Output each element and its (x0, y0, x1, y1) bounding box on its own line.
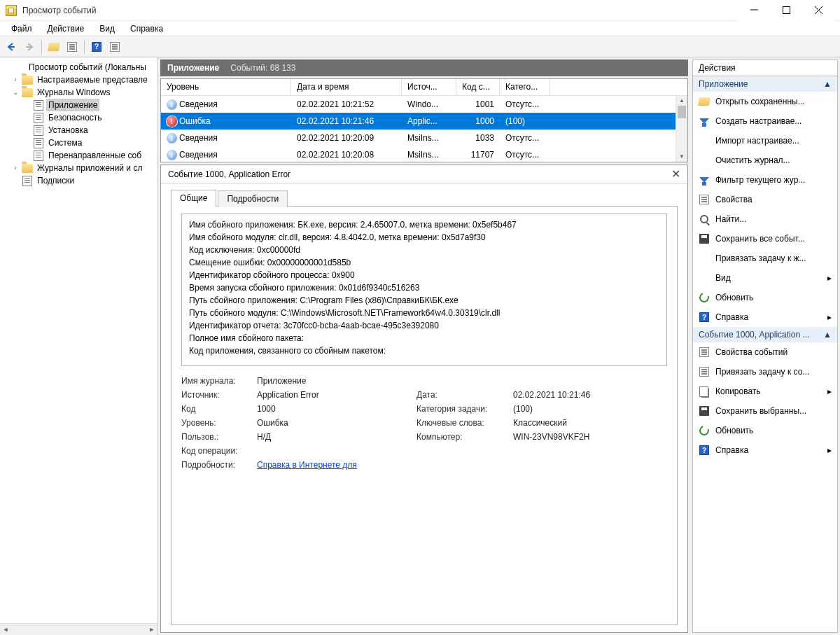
info-icon: i (167, 99, 177, 110)
event-row[interactable]: iСведения02.02.2021 10:21:52Windo...1001… (161, 96, 687, 113)
action-create-view[interactable]: Создать настраивае... (693, 111, 837, 131)
info-icon: i (167, 133, 177, 144)
event-row[interactable]: iСведения02.02.2021 10:20:09MsiIns...103… (161, 130, 687, 146)
event-list: Уровень Дата и время Источ... Код с... К… (160, 78, 688, 162)
subscriptions-icon (22, 176, 32, 186)
col-category[interactable]: Катего... (500, 79, 550, 95)
menu-bar: Файл Действие Вид Справка (0, 21, 840, 36)
help-icon: ? (92, 42, 102, 52)
save-icon (699, 234, 709, 244)
detail-text[interactable]: Имя сбойного приложения: БК.exe, версия:… (181, 214, 667, 366)
val-keywords: Классический (513, 418, 667, 428)
tree-log-application[interactable]: Приложение (3, 99, 158, 111)
tree-log-system[interactable]: Система (3, 137, 158, 149)
help-icon: ? (699, 312, 709, 322)
lbl-computer: Компьютер: (416, 432, 507, 442)
action-view-submenu[interactable]: Вид▸ (693, 268, 837, 288)
svg-rect-0 (783, 7, 790, 14)
lbl-keywords: Ключевые слова: (416, 418, 507, 428)
toolbar-button-1[interactable] (46, 39, 62, 55)
toolbar: ? (0, 36, 840, 57)
col-source[interactable]: Источ... (402, 79, 456, 95)
lbl-taskcat: Категория задачи: (416, 404, 507, 414)
tab-details[interactable]: Подробности (218, 190, 288, 207)
menu-file[interactable]: Файл (4, 22, 39, 35)
col-datetime[interactable]: Дата и время (291, 79, 402, 95)
action-save-all[interactable]: Сохранить все событ... (693, 229, 837, 249)
detail-close-button[interactable]: ✕ (671, 167, 680, 181)
action-import-view[interactable]: Импорт настраивае... (693, 131, 837, 151)
col-code[interactable]: Код с... (456, 79, 500, 95)
menu-action[interactable]: Действие (41, 22, 92, 35)
info-icon: i (167, 150, 177, 160)
tree-log-security[interactable]: Безопасность (3, 111, 158, 124)
close-button[interactable] (802, 0, 834, 21)
tab-general[interactable]: Общие (171, 190, 216, 207)
action-filter-log[interactable]: Фильтр текущего жур... (693, 170, 837, 190)
detail-title: Событие 1000, Application Error (168, 169, 290, 179)
tree-pane: Просмотр событий (Локальны ›Настраиваемы… (0, 57, 158, 635)
action-help[interactable]: ?Справка▸ (693, 307, 837, 327)
actions-section-app[interactable]: Приложение▲ (693, 76, 837, 92)
val-level: Ошибка (257, 418, 411, 428)
properties-icon (699, 195, 709, 204)
nav-forward-button[interactable] (21, 39, 38, 55)
event-list-scrollbar[interactable] (676, 96, 687, 162)
lbl-date: Дата: (416, 390, 507, 400)
nav-back-button[interactable] (3, 39, 20, 55)
action-attach-task[interactable]: Привязать задачу к ж... (693, 249, 837, 268)
tree-log-setup[interactable]: Установка (3, 124, 158, 137)
tree-root[interactable]: Просмотр событий (Локальны (3, 61, 158, 74)
tree-subscriptions[interactable]: Подписки (3, 174, 158, 187)
folder-open-icon (698, 97, 710, 106)
val-user: Н/Д (257, 432, 411, 442)
menu-help[interactable]: Справка (123, 22, 170, 35)
help-icon: ? (699, 445, 709, 455)
action-open-saved[interactable]: Открыть сохраненны... (693, 92, 837, 111)
tree-custom-views[interactable]: ›Настраиваемые представле (3, 74, 158, 86)
action-find[interactable]: Найти... (693, 209, 837, 229)
action-save-selected[interactable]: Сохранить выбранны... (693, 401, 837, 421)
action-properties[interactable]: Свойства (693, 190, 837, 209)
action-refresh-2[interactable]: Обновить (693, 421, 837, 440)
event-row[interactable]: iСведения02.02.2021 10:20:08MsiIns...117… (161, 146, 687, 162)
minimize-button[interactable] (738, 0, 770, 21)
maximize-button[interactable] (770, 0, 802, 21)
properties-icon (699, 347, 709, 357)
list-header: Приложение Событий: 68 133 (160, 60, 688, 76)
link-online-help[interactable]: Справка в Интернете для (257, 460, 357, 470)
tree-windows-logs[interactable]: ⌄Журналы Windows (3, 86, 158, 99)
folder-icon (22, 76, 33, 85)
tree-horizontal-scrollbar[interactable] (0, 623, 158, 635)
log-icon (34, 151, 43, 161)
action-event-attach[interactable]: Привязать задачу к со... (693, 362, 837, 382)
log-icon (34, 113, 43, 123)
menu-view[interactable]: Вид (92, 22, 122, 35)
folder-open-icon (48, 43, 60, 51)
toolbar-button-2[interactable] (64, 39, 80, 55)
log-icon (34, 100, 43, 111)
action-refresh[interactable]: Обновить (693, 288, 837, 307)
list-header-name: Приложение (167, 63, 219, 73)
action-help-2[interactable]: ?Справка▸ (693, 440, 837, 460)
action-copy[interactable]: Копировать▸ (693, 382, 837, 401)
val-source: Application Error (257, 390, 411, 400)
tree-appserv-logs[interactable]: ›Журналы приложений и сл (3, 162, 158, 174)
action-clear-log[interactable]: Очистить журнал... (693, 151, 837, 170)
action-event-properties[interactable]: Свойства событий (693, 342, 837, 362)
tree-log-forwarded[interactable]: Перенаправленные соб (3, 149, 158, 162)
toolbar-help-button[interactable]: ? (88, 39, 105, 55)
event-detail: Событие 1000, Application Error ✕ Общие … (160, 165, 688, 633)
val-computer: WIN-23VN98VKF2H (513, 432, 667, 442)
toolbar-button-3[interactable] (106, 39, 123, 55)
eventviewer-icon (14, 62, 24, 72)
actions-pane: Действия Приложение▲ Открыть сохраненны.… (690, 57, 840, 635)
refresh-icon (698, 291, 711, 305)
event-list-header: Уровень Дата и время Источ... Код с... К… (161, 79, 687, 96)
col-level[interactable]: Уровень (161, 79, 291, 95)
actions-section-event[interactable]: Событие 1000, Application ...▲ (693, 327, 837, 342)
lbl-source: Источник: (181, 390, 251, 400)
lbl-code: Код (181, 404, 251, 414)
task-icon (699, 367, 709, 377)
event-row[interactable]: !Ошибка02.02.2021 10:21:46Applic...1000(… (161, 113, 687, 130)
